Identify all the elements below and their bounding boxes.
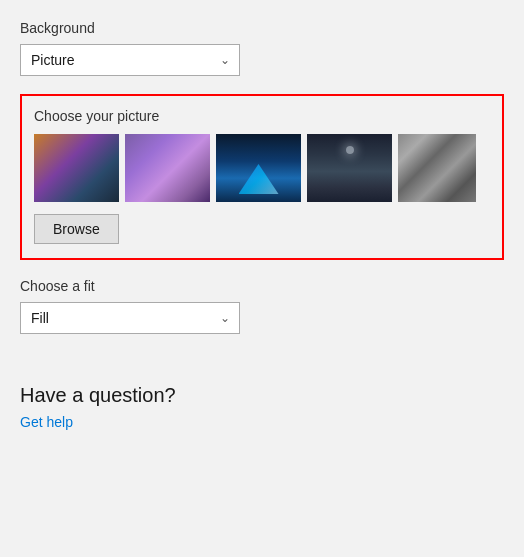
fit-dropdown-wrapper: Fill Fit Stretch Tile Center Span ⌄ (20, 302, 240, 334)
thumbnail-rocky-cliffs[interactable] (398, 134, 476, 202)
have-question-title: Have a question? (20, 384, 504, 407)
fit-dropdown[interactable]: Fill Fit Stretch Tile Center Span (20, 302, 240, 334)
background-dropdown-wrapper: Picture Solid color Slideshow ⌄ (20, 44, 240, 76)
have-question-section: Have a question? Get help (20, 384, 504, 431)
choose-picture-label: Choose your picture (34, 108, 490, 124)
get-help-link[interactable]: Get help (20, 414, 73, 430)
thumbnail-purple-gradient[interactable] (125, 134, 210, 202)
browse-button[interactable]: Browse (34, 214, 119, 244)
thumbnail-foggy-mountains[interactable] (307, 134, 392, 202)
choose-picture-section: Choose your picture Browse (20, 94, 504, 260)
thumbnail-colorful-gradient[interactable] (34, 134, 119, 202)
picture-thumbnail-row (34, 134, 490, 202)
background-label: Background (20, 20, 504, 36)
thumbnail-windows-blue[interactable] (216, 134, 301, 202)
background-dropdown[interactable]: Picture Solid color Slideshow (20, 44, 240, 76)
choose-fit-label: Choose a fit (20, 278, 504, 294)
